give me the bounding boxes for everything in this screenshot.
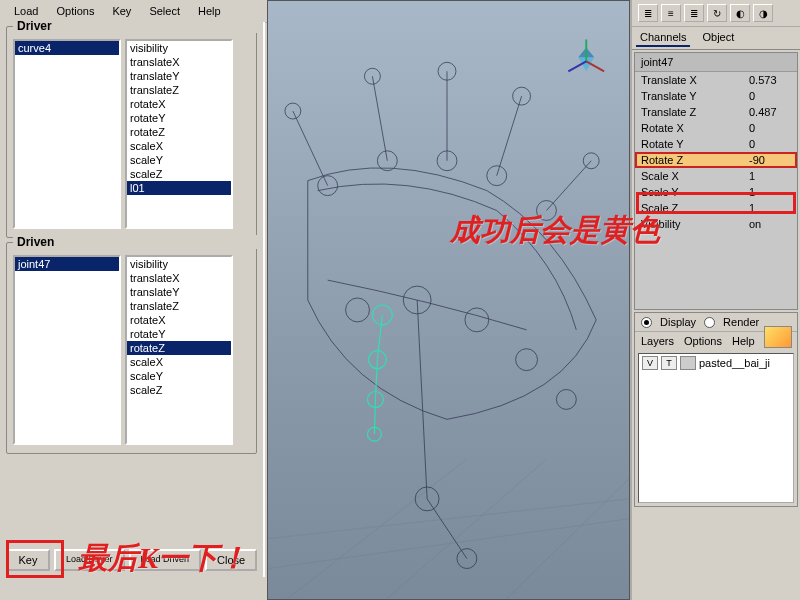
shelf-row: ≣ ≡ ≣ ↻ ◐ ◑: [632, 0, 800, 27]
svg-point-22: [346, 298, 370, 322]
driver-attr-list[interactable]: visibility translateX translateY transla…: [125, 39, 233, 229]
load-driver-button[interactable]: Load Driver: [54, 549, 125, 571]
svg-point-12: [513, 87, 531, 105]
menu-select[interactable]: Select: [141, 3, 188, 19]
svg-line-11: [497, 96, 522, 176]
svg-line-28: [427, 499, 467, 559]
attr-rotate-z[interactable]: Rotate Z-90: [635, 152, 797, 168]
attr-scale-z[interactable]: Scale Z1: [635, 200, 797, 216]
svg-line-4: [507, 479, 629, 598]
list-item[interactable]: scaleX: [127, 355, 231, 369]
driver-legend: Driver: [13, 19, 262, 33]
svg-line-0: [268, 499, 629, 539]
svg-line-5: [293, 111, 328, 186]
layer-item[interactable]: V T pasted__bai_ji: [639, 354, 793, 372]
svg-line-3: [387, 459, 546, 598]
right-panel: ≣ ≡ ≣ ↻ ◐ ◑ Channels Object joint47 Tran…: [630, 0, 800, 600]
list-item[interactable]: scaleZ: [127, 167, 231, 181]
menu-options[interactable]: Options: [48, 3, 102, 19]
list-item[interactable]: translateY: [127, 69, 231, 83]
attr-rotate-y[interactable]: Rotate Y0: [635, 136, 797, 152]
driver-node-list[interactable]: curve4: [13, 39, 121, 229]
list-item[interactable]: scaleY: [127, 153, 231, 167]
attr-visibility[interactable]: Visibilityon: [635, 216, 797, 232]
tab-channels[interactable]: Channels: [636, 29, 690, 47]
attr-translate-z[interactable]: Translate Z0.487: [635, 104, 797, 120]
list-item[interactable]: translateX: [127, 271, 231, 285]
load-driven-button[interactable]: Load Driven: [129, 549, 202, 571]
channel-box[interactable]: joint47 Translate X0.573 Translate Y0 Tr…: [634, 52, 798, 310]
radio-display[interactable]: [641, 317, 652, 328]
shelf-icon[interactable]: ↻: [707, 4, 727, 22]
layer-menu-layers[interactable]: Layers: [641, 335, 674, 347]
shelf-icon[interactable]: ≣: [684, 4, 704, 22]
svg-line-32: [375, 360, 377, 400]
node-name[interactable]: joint47: [635, 53, 797, 72]
viewport-3d[interactable]: [267, 0, 630, 600]
svg-line-1: [268, 519, 629, 569]
layer-color-swatch[interactable]: [680, 356, 696, 370]
list-item[interactable]: scaleX: [127, 139, 231, 153]
shelf-icon[interactable]: ≡: [661, 4, 681, 22]
layer-name[interactable]: pasted__bai_ji: [699, 357, 770, 369]
layer-vis-toggle[interactable]: V: [642, 356, 658, 370]
list-item[interactable]: visibility: [127, 257, 231, 271]
list-item[interactable]: rotateX: [127, 313, 231, 327]
svg-line-27: [417, 300, 427, 499]
svg-point-6: [285, 103, 301, 119]
layer-panel: Display Render Layers Options Help V T p…: [634, 312, 798, 507]
layer-menu-options[interactable]: Options: [684, 335, 722, 347]
list-item[interactable]: rotateZ: [127, 125, 231, 139]
attr-translate-y[interactable]: Translate Y0: [635, 88, 797, 104]
menu-help[interactable]: Help: [190, 3, 229, 19]
list-item[interactable]: scaleY: [127, 369, 231, 383]
list-item[interactable]: l01: [127, 181, 231, 195]
svg-line-30: [377, 315, 382, 360]
attr-scale-x[interactable]: Scale X1: [635, 168, 797, 184]
list-item[interactable]: joint47: [15, 257, 119, 271]
list-item[interactable]: scaleZ: [127, 383, 231, 397]
layer-list[interactable]: V T pasted__bai_ji: [638, 353, 794, 503]
svg-point-15: [318, 176, 338, 196]
new-layer-icon[interactable]: [764, 326, 792, 348]
svg-line-7: [372, 76, 387, 161]
driven-attr-list[interactable]: visibility translateX translateY transla…: [125, 255, 233, 445]
list-item[interactable]: translateX: [127, 55, 231, 69]
attr-scale-y[interactable]: Scale Y1: [635, 184, 797, 200]
attr-rotate-x[interactable]: Rotate X0: [635, 120, 797, 136]
list-item[interactable]: rotateY: [127, 111, 231, 125]
list-item[interactable]: translateY: [127, 285, 231, 299]
shelf-icon[interactable]: ≣: [638, 4, 658, 22]
layer-type-toggle[interactable]: T: [661, 356, 677, 370]
svg-point-23: [516, 349, 538, 371]
tab-object[interactable]: Object: [698, 29, 738, 47]
driven-fieldset: Driven joint47 visibility translateX tra…: [6, 242, 257, 454]
attr-translate-x[interactable]: Translate X0.573: [635, 72, 797, 88]
radio-render[interactable]: [704, 317, 715, 328]
svg-line-2: [288, 459, 467, 598]
view-axis-icon: [568, 39, 604, 71]
svg-line-34: [374, 399, 375, 434]
shelf-icon[interactable]: ◑: [753, 4, 773, 22]
close-button[interactable]: Close: [205, 549, 257, 571]
list-item[interactable]: curve4: [15, 41, 119, 55]
list-item[interactable]: rotateY: [127, 327, 231, 341]
list-item[interactable]: visibility: [127, 41, 231, 55]
sdk-panel: Driver curve4 visibility translateX tran…: [0, 22, 265, 577]
shelf-icon[interactable]: ◐: [730, 4, 750, 22]
driven-legend: Driven: [13, 235, 262, 249]
list-item[interactable]: rotateZ: [127, 341, 231, 355]
list-item[interactable]: translateZ: [127, 299, 231, 313]
driver-fieldset: Driver curve4 visibility translateX tran…: [6, 26, 257, 238]
list-item[interactable]: translateZ: [127, 83, 231, 97]
layer-menu-help[interactable]: Help: [732, 335, 755, 347]
button-row: Key Load Driver Load Driven Close: [6, 549, 257, 571]
list-item[interactable]: rotateX: [127, 97, 231, 111]
driven-node-list[interactable]: joint47: [13, 255, 121, 445]
svg-point-24: [556, 390, 576, 410]
svg-point-19: [537, 201, 557, 221]
menu-load[interactable]: Load: [6, 3, 46, 19]
key-button[interactable]: Key: [6, 549, 50, 571]
menu-key[interactable]: Key: [104, 3, 139, 19]
channel-tabs: Channels Object: [632, 27, 800, 50]
